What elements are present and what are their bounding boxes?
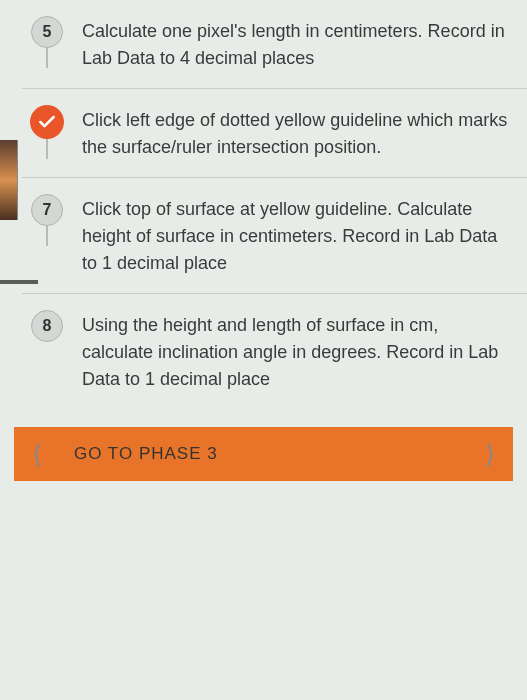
- step-item: 7 Click top of surface at yellow guideli…: [22, 178, 527, 294]
- timeline-connector: [46, 226, 48, 246]
- step-item: 8 Using the height and length of surface…: [22, 294, 527, 409]
- steps-list: 5 Calculate one pixel's length in centim…: [0, 0, 527, 409]
- chevron-right-icon: ⟩: [485, 439, 495, 470]
- step-instruction-text: Click left edge of dotted yellow guideli…: [72, 105, 511, 161]
- step-number-badge: 5: [31, 16, 63, 48]
- phase-button-label: GO TO PHASE 3: [42, 444, 485, 464]
- step-marker-column: [22, 105, 72, 139]
- check-icon: [37, 112, 57, 132]
- step-marker-column: 5: [22, 16, 72, 48]
- chevron-left-icon: ⟨: [32, 439, 42, 470]
- step-marker-column: 8: [22, 310, 72, 342]
- step-instruction-text: Using the height and length of surface i…: [72, 310, 511, 393]
- preview-image-edge: [0, 140, 18, 220]
- step-item: 5 Calculate one pixel's length in centim…: [22, 0, 527, 89]
- step-instruction-text: Click top of surface at yellow guideline…: [72, 194, 511, 277]
- step-item: Click left edge of dotted yellow guideli…: [22, 89, 527, 178]
- step-instruction-text: Calculate one pixel's length in centimet…: [72, 16, 511, 72]
- step-number-badge: 7: [31, 194, 63, 226]
- timeline-connector: [46, 137, 48, 159]
- step-completed-badge: [30, 105, 64, 139]
- step-marker-column: 7: [22, 194, 72, 226]
- step-number-badge: 8: [31, 310, 63, 342]
- go-to-phase-button[interactable]: ⟨ GO TO PHASE 3 ⟩: [14, 427, 513, 481]
- timeline-connector: [46, 48, 48, 68]
